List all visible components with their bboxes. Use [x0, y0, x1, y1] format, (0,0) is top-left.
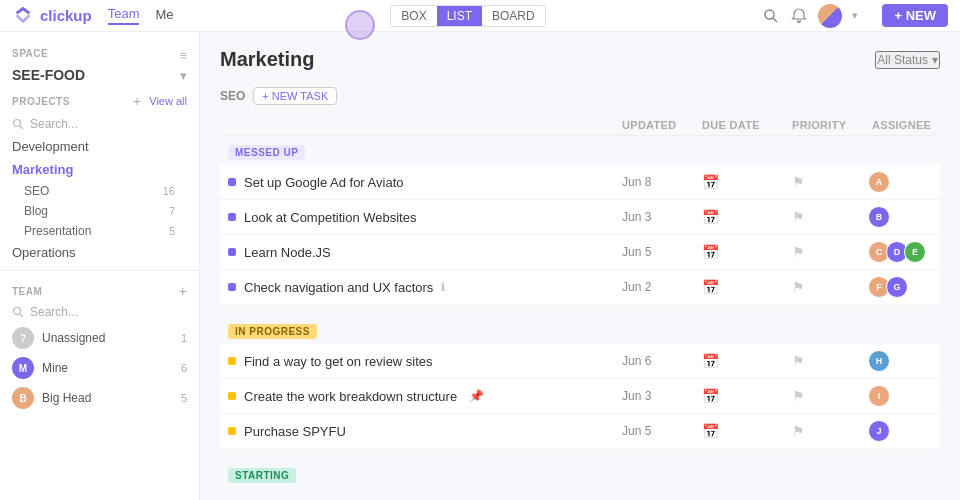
calendar-icon[interactable]: 📅 — [702, 388, 719, 404]
page-header: Marketing All Status ▾ — [220, 48, 940, 71]
table-row[interactable]: Learn Node.JS Jun 5 📅 ⚑ C D E — [220, 235, 940, 270]
svg-point-0 — [765, 10, 774, 19]
calendar-icon[interactable]: 📅 — [702, 174, 719, 190]
task-updated: Jun 5 — [622, 245, 702, 259]
team-item-mine[interactable]: M Mine 6 — [0, 353, 199, 383]
tab-list[interactable]: LIST — [437, 6, 482, 26]
calendar-icon[interactable]: 📅 — [702, 244, 719, 260]
sidebar-sub-presentation[interactable]: Presentation 5 — [0, 221, 199, 241]
task-name: Look at Competition Websites — [244, 210, 416, 225]
sidebar-item-marketing[interactable]: Marketing — [0, 158, 199, 181]
svg-line-3 — [20, 126, 23, 129]
sidebar-item-operations[interactable]: Operations — [0, 241, 199, 264]
task-updated: Jun 3 — [622, 389, 702, 403]
task-name-cell: Purchase SPYFU — [228, 424, 622, 439]
svg-point-2 — [14, 120, 21, 127]
table-row[interactable]: Find a way to get on review sites Jun 6 … — [220, 344, 940, 379]
task-dot — [228, 427, 236, 435]
user-menu-arrow[interactable]: ▾ — [852, 9, 858, 22]
team-item-unassigned[interactable]: ? Unassigned 1 — [0, 323, 199, 353]
nav-team[interactable]: Team — [108, 6, 140, 25]
marketing-label: Marketing — [12, 162, 73, 177]
projects-header: PROJECTS + View all — [0, 89, 199, 113]
space-name[interactable]: SEE-FOOD — [12, 67, 85, 83]
table-row[interactable]: Create the work breakdown structure 📌 Ju… — [220, 379, 940, 414]
mine-name: Mine — [42, 361, 173, 375]
table-row[interactable]: Set up Google Ad for Aviato Jun 8 📅 ⚑ A — [220, 165, 940, 200]
seo-count: 16 — [163, 185, 175, 197]
task-name: Create the work breakdown structure — [244, 389, 457, 404]
logo[interactable]: clickup — [12, 5, 92, 27]
settings-icon[interactable]: ≡ — [179, 48, 187, 63]
pin-icon: 📌 — [469, 389, 484, 403]
sidebar-item-development[interactable]: Development — [0, 135, 199, 158]
team-search-label: Search... — [30, 305, 78, 319]
all-status-chevron: ▾ — [932, 53, 938, 67]
search-icon[interactable] — [762, 7, 780, 25]
table-row[interactable]: Purchase SPYFU Jun 5 📅 ⚑ J — [220, 414, 940, 449]
priority-icon[interactable]: ⚑ — [792, 174, 805, 190]
team-search[interactable]: Search... — [0, 301, 199, 323]
view-tabs: BOX LIST BOARD — [390, 5, 545, 27]
new-button[interactable]: + NEW — [882, 4, 948, 27]
th-due-date: DUE DATE — [702, 119, 792, 131]
priority-icon[interactable]: ⚑ — [792, 209, 805, 225]
assignee-avatar: J — [868, 420, 890, 442]
space-chevron[interactable]: ▾ — [180, 68, 187, 83]
new-task-button[interactable]: + NEW TASK — [253, 87, 337, 105]
project-search[interactable]: Search... — [0, 113, 199, 135]
assignee-avatar: H — [868, 350, 890, 372]
priority-cell: ⚑ — [792, 209, 872, 225]
calendar-icon[interactable]: 📅 — [702, 209, 719, 225]
task-dot — [228, 283, 236, 291]
calendar-icon[interactable]: 📅 — [702, 279, 719, 295]
priority-icon[interactable]: ⚑ — [792, 388, 805, 404]
view-all-link[interactable]: View all — [149, 95, 187, 107]
add-team-icon[interactable]: + — [179, 283, 187, 299]
due-date-cell: 📅 — [702, 353, 792, 369]
priority-icon[interactable]: ⚑ — [792, 279, 805, 295]
notifications-icon[interactable] — [790, 7, 808, 25]
all-status-button[interactable]: All Status ▾ — [875, 51, 940, 69]
mine-count: 6 — [181, 362, 187, 374]
calendar-icon[interactable]: 📅 — [702, 423, 719, 439]
assignee-avatar: B — [868, 206, 890, 228]
priority-icon[interactable]: ⚑ — [792, 353, 805, 369]
task-name-cell: Create the work breakdown structure 📌 — [228, 389, 622, 404]
blog-count: 7 — [169, 205, 175, 217]
table-row[interactable]: Look at Competition Websites Jun 3 📅 ⚑ B — [220, 200, 940, 235]
table-row[interactable]: Check navigation and UX factors ℹ Jun 2 … — [220, 270, 940, 305]
tab-box[interactable]: BOX — [391, 6, 436, 26]
task-name: Check navigation and UX factors — [244, 280, 433, 295]
add-project-icon[interactable]: + — [133, 93, 141, 109]
section-in-progress: IN PROGRESS Find a way to get on review … — [220, 317, 940, 449]
assignee-cell: I — [872, 385, 932, 407]
calendar-icon[interactable]: 📅 — [702, 353, 719, 369]
svg-line-5 — [20, 314, 23, 317]
assignee-cell: F G — [872, 276, 932, 298]
task-dot — [228, 357, 236, 365]
unassigned-avatar: ? — [12, 327, 34, 349]
nav-me[interactable]: Me — [155, 7, 173, 24]
task-name-cell: Learn Node.JS — [228, 245, 622, 260]
due-date-cell: 📅 — [702, 388, 792, 404]
th-assignee: ASSIGNEE — [872, 119, 932, 131]
assignee-cell: H — [872, 350, 932, 372]
svg-line-1 — [773, 18, 777, 22]
team-label: TEAM — [12, 286, 42, 297]
space-label: SPACE — [12, 48, 48, 59]
bighead-avatar: B — [12, 387, 34, 409]
sidebar-sub-blog[interactable]: Blog 7 — [0, 201, 199, 221]
priority-icon[interactable]: ⚑ — [792, 423, 805, 439]
due-date-cell: 📅 — [702, 209, 792, 225]
mine-avatar: M — [12, 357, 34, 379]
tab-board[interactable]: BOARD — [482, 6, 545, 26]
due-date-cell: 📅 — [702, 174, 792, 190]
team-item-bighead[interactable]: B Big Head 5 — [0, 383, 199, 413]
user-avatar[interactable] — [818, 4, 842, 28]
due-date-cell: 📅 — [702, 423, 792, 439]
due-date-cell: 📅 — [702, 279, 792, 295]
sidebar-sub-seo[interactable]: SEO 16 — [0, 181, 199, 201]
info-icon: ℹ — [441, 281, 445, 294]
priority-icon[interactable]: ⚑ — [792, 244, 805, 260]
